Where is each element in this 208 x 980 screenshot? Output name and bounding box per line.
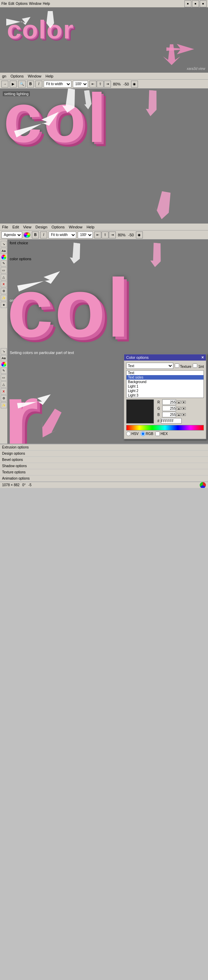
angle-label: 0° xyxy=(22,483,26,487)
xara3d-toolbar-icon2[interactable]: ■ xyxy=(192,0,199,7)
toolbar-row-1: → ▶ 🔍 B I Fit to width 100% ⇤ ⇧ ⇥ 80% -5… xyxy=(0,80,208,89)
tool-x-icon[interactable]: X xyxy=(1,281,7,287)
toolbar-italic[interactable]: I xyxy=(35,81,42,88)
toolbar-extra-icon[interactable]: ◉ xyxy=(131,81,138,88)
design-options-item[interactable]: Design options xyxy=(0,450,208,457)
tool-arrow[interactable]: ↘ xyxy=(1,241,7,247)
shadow-options-item[interactable]: Shadow options xyxy=(0,463,208,469)
g-label: G xyxy=(157,407,162,410)
tool3-aa[interactable]: Aa xyxy=(1,355,7,361)
font-select[interactable]: Agenda xyxy=(2,232,22,239)
xara3d-toolbar-icon3[interactable]: ■ xyxy=(200,0,206,7)
toolbar-icon-select[interactable]: ▶ xyxy=(10,81,17,88)
tool-settings[interactable]: ⚙ xyxy=(1,288,7,294)
align-left-btn[interactable]: ⇤ xyxy=(90,81,96,88)
r-spinner-down[interactable]: ▼ xyxy=(182,401,186,404)
g-spinner-down[interactable]: ▼ xyxy=(182,407,186,410)
dropdown-item-textsides[interactable]: Text sides xyxy=(126,375,203,380)
tool-magic[interactable]: ✨ xyxy=(1,295,7,301)
hsv-radio-label[interactable]: HSV xyxy=(126,431,139,436)
dropdown-item-background[interactable]: Background xyxy=(126,380,203,384)
r-row: R ▲ ▼ xyxy=(157,399,204,405)
b-spinner-up[interactable]: ▲ xyxy=(177,413,181,416)
rgb-radio[interactable] xyxy=(141,431,145,436)
hex-checkbox-label[interactable]: HEX xyxy=(155,431,168,436)
dropdown-item-text[interactable]: Text xyxy=(126,371,203,375)
dropdown-item-light3[interactable]: Light 3 xyxy=(126,393,203,398)
toolbar-bold[interactable]: B xyxy=(27,81,34,88)
b-input[interactable] xyxy=(162,412,176,417)
extrusion-options-item[interactable]: Extrusion options xyxy=(0,444,208,450)
toolbar2-bold[interactable]: B xyxy=(32,232,39,239)
xara3d-menu-file[interactable]: File xyxy=(2,2,7,6)
align2-right[interactable]: ⇥ xyxy=(109,232,116,239)
color-swatch[interactable] xyxy=(126,399,154,423)
texture-checkbox-label[interactable]: Texture xyxy=(175,363,191,369)
fit-to-width-select[interactable]: Fit to width xyxy=(44,81,71,88)
menu2-design[interactable]: Design xyxy=(35,225,47,229)
spectrum-bar[interactable] xyxy=(126,425,204,431)
texture-checkbox[interactable] xyxy=(175,363,179,368)
animation-options-item[interactable]: Animation options xyxy=(0,476,208,482)
tool-pencil[interactable]: ✎ xyxy=(1,260,7,266)
align2-center[interactable]: ⇧ xyxy=(102,232,109,239)
xara3d-toolbar-icon1[interactable]: ■ xyxy=(184,0,191,7)
toolbar-icon-arrow[interactable]: → xyxy=(2,81,8,88)
toolbar2-italic[interactable]: I xyxy=(40,232,47,239)
toolbar2-extra[interactable]: ◉ xyxy=(136,232,143,239)
b-spinner-down[interactable]: ▼ xyxy=(182,413,186,416)
tool-star[interactable]: ★ xyxy=(1,302,7,308)
menu-help[interactable]: Help xyxy=(45,74,53,78)
zoom-select[interactable]: 100% xyxy=(73,81,88,88)
tool-shapes[interactable]: △ xyxy=(1,274,7,280)
toolbar2-icon-circle[interactable] xyxy=(24,232,30,238)
tool-circle-color[interactable] xyxy=(2,255,6,259)
align-center-btn[interactable]: ⇧ xyxy=(97,81,104,88)
tint-checkbox-label[interactable]: 1int xyxy=(193,363,204,369)
menu-options[interactable]: Options xyxy=(10,74,24,78)
r-input[interactable] xyxy=(162,399,176,405)
xara3d-menu-window[interactable]: Window xyxy=(29,2,42,6)
fit-to-width-2[interactable]: Fit to width xyxy=(48,232,76,239)
app-menubar-1: gn Options Window Help xyxy=(0,73,208,80)
hex-cb[interactable] xyxy=(155,431,160,436)
menu-gn[interactable]: gn xyxy=(2,74,6,78)
xara3d-menu-options[interactable]: Options xyxy=(16,2,27,6)
r-spinner-up[interactable]: ▲ xyxy=(177,401,181,404)
hex-input[interactable] xyxy=(161,418,182,423)
dropdown-item-light2[interactable]: Light 2 xyxy=(126,388,203,393)
zoom-select-2[interactable]: 100% xyxy=(78,232,93,239)
hsv-radio[interactable] xyxy=(126,431,131,436)
menu2-help[interactable]: Help xyxy=(87,225,94,229)
color-options-panel: Color options × Text Texture 1int Text T… xyxy=(123,354,206,439)
g-row: G ▲ ▼ xyxy=(157,406,204,411)
tint-checkbox[interactable] xyxy=(193,363,197,368)
menu-window[interactable]: Window xyxy=(28,74,41,78)
xara3d-menu-edit[interactable]: Edit xyxy=(8,2,14,6)
canvas-font-choice: ↘ Aa ✎ ▭ △ X ⚙ ✨ ★ font choice color opt… xyxy=(0,239,208,347)
toolbar-icon-zoom[interactable]: 🔍 xyxy=(18,81,26,88)
panel-close-btn[interactable]: × xyxy=(202,355,204,360)
xara3d-menu-help[interactable]: Help xyxy=(43,2,50,6)
menu2-file[interactable]: File xyxy=(2,225,8,229)
texture-options-item[interactable]: Texture options xyxy=(0,469,208,476)
bevel-options-item[interactable]: Bevel options xyxy=(0,457,208,463)
color-target-select[interactable]: Text xyxy=(126,363,173,369)
dropdown-item-light1[interactable]: Light 1 xyxy=(126,384,203,388)
tool-rect[interactable]: ▭ xyxy=(1,267,7,274)
align2-left[interactable]: ⇤ xyxy=(94,232,101,239)
rgb-radio-label[interactable]: RGB xyxy=(141,431,154,436)
align-right-btn[interactable]: ⇥ xyxy=(104,81,111,88)
rgb-sliders: R ▲ ▼ G ▲ ▼ B ▲ ▼ xyxy=(155,399,204,423)
tool3-arrow[interactable]: ↘ xyxy=(1,348,7,354)
g-input[interactable] xyxy=(162,406,176,411)
menu2-edit[interactable]: Edit xyxy=(13,225,19,229)
toolbar-align-btns: ⇤ ⇧ ⇥ xyxy=(90,81,111,88)
menu2-options[interactable]: Options xyxy=(52,225,65,229)
menu2-view[interactable]: View xyxy=(23,225,32,229)
g-spinner-up[interactable]: ▲ xyxy=(177,407,181,410)
hash-label: # xyxy=(157,419,160,423)
tool-aa[interactable]: Aa xyxy=(1,248,7,254)
bottom-options-section: Extrusion options Design options Bevel o… xyxy=(0,444,208,482)
menu2-window[interactable]: Window xyxy=(69,225,83,229)
